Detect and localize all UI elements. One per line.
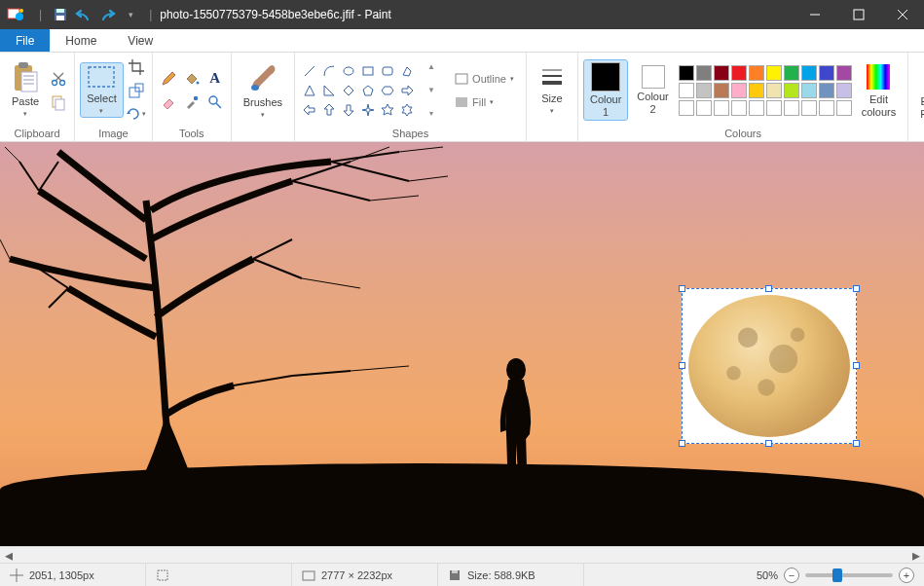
colour-picker-tool[interactable] xyxy=(182,92,202,112)
shapes-gallery[interactable] xyxy=(301,62,416,119)
palette-swatch-25[interactable] xyxy=(766,100,782,116)
shape-arrow-up[interactable] xyxy=(320,101,338,119)
palette-swatch-29[interactable] xyxy=(836,100,852,116)
palette-swatch-4[interactable] xyxy=(749,65,764,81)
selection-handle-sw[interactable] xyxy=(679,440,685,447)
undo-button[interactable] xyxy=(73,4,94,25)
shape-star4[interactable] xyxy=(359,101,377,119)
selection-handle-ne[interactable] xyxy=(853,285,860,292)
pasted-selection[interactable] xyxy=(682,288,857,444)
crop-button[interactable] xyxy=(127,57,146,77)
cut-button[interactable] xyxy=(49,69,68,89)
selection-handle-se[interactable] xyxy=(853,440,860,447)
palette-swatch-24[interactable] xyxy=(749,100,764,116)
selection-handle-nw[interactable] xyxy=(679,285,685,292)
selection-handle-n[interactable] xyxy=(765,285,772,292)
palette-swatch-9[interactable] xyxy=(836,65,852,81)
tab-home[interactable]: Home xyxy=(50,29,112,52)
minimize-button[interactable] xyxy=(793,0,836,29)
palette-swatch-21[interactable] xyxy=(696,100,712,116)
qat-customize-button[interactable]: ▾ xyxy=(120,4,141,25)
palette-swatch-19[interactable] xyxy=(836,83,852,98)
canvas-area[interactable] xyxy=(0,142,924,546)
palette-swatch-15[interactable] xyxy=(766,83,782,98)
palette-swatch-3[interactable] xyxy=(731,65,747,81)
colour-1-button[interactable]: Colour 1 xyxy=(584,60,627,119)
zoom-slider[interactable] xyxy=(805,573,893,577)
shape-pentagon[interactable] xyxy=(359,82,377,99)
shape-rounded-rect[interactable] xyxy=(379,62,396,80)
shape-right-triangle[interactable] xyxy=(320,82,338,99)
shape-star6[interactable] xyxy=(398,101,416,119)
canvas[interactable] xyxy=(0,142,924,546)
palette-swatch-17[interactable] xyxy=(801,83,817,98)
zoom-in-button[interactable]: + xyxy=(899,568,914,583)
colour-2-button[interactable]: Colour 2 xyxy=(631,63,674,116)
palette-swatch-18[interactable] xyxy=(819,83,834,98)
shapes-expand[interactable]: ▾ xyxy=(422,104,441,124)
palette-swatch-1[interactable] xyxy=(696,65,712,81)
shape-diamond[interactable] xyxy=(340,82,357,99)
palette-swatch-13[interactable] xyxy=(731,83,747,98)
palette-swatch-6[interactable] xyxy=(784,65,799,81)
tab-view[interactable]: View xyxy=(112,29,168,52)
shape-polygon[interactable] xyxy=(398,62,416,80)
palette-swatch-11[interactable] xyxy=(696,83,712,98)
shapes-scroll-down[interactable]: ▼ xyxy=(422,81,441,100)
palette-swatch-27[interactable] xyxy=(801,100,817,116)
palette-swatch-0[interactable] xyxy=(679,65,694,81)
palette-swatch-16[interactable] xyxy=(784,83,799,98)
shape-triangle[interactable] xyxy=(301,82,318,99)
shape-outline-button[interactable]: Outline▾ xyxy=(449,69,520,89)
scroll-right-button[interactable]: ▸ xyxy=(907,547,924,564)
shape-rectangle[interactable] xyxy=(359,62,377,80)
palette-swatch-22[interactable] xyxy=(714,100,729,116)
shape-arrow-down[interactable] xyxy=(340,101,357,119)
shape-star5[interactable] xyxy=(379,101,396,119)
rotate-button[interactable]: ▾ xyxy=(127,104,146,124)
maximize-button[interactable] xyxy=(836,0,880,29)
palette-swatch-23[interactable] xyxy=(731,100,747,116)
copy-button[interactable] xyxy=(49,92,68,112)
fill-tool[interactable] xyxy=(182,69,202,89)
selection-handle-s[interactable] xyxy=(765,440,772,447)
edit-paint3d-button[interactable]: Edit with Paint 3D xyxy=(914,58,924,121)
palette-swatch-5[interactable] xyxy=(766,65,782,81)
shape-fill-button[interactable]: Fill▾ xyxy=(449,92,520,112)
palette-swatch-26[interactable] xyxy=(784,100,799,116)
horizontal-scrollbar[interactable]: ◂ ▸ xyxy=(0,546,924,563)
shape-hexagon[interactable] xyxy=(379,82,396,99)
palette-swatch-14[interactable] xyxy=(749,83,764,98)
close-button[interactable] xyxy=(880,0,924,29)
scroll-left-button[interactable]: ◂ xyxy=(0,547,17,564)
shape-line[interactable] xyxy=(301,62,318,80)
redo-button[interactable] xyxy=(96,4,118,25)
tab-file[interactable]: File xyxy=(0,29,50,52)
shape-arrow-left[interactable] xyxy=(301,101,318,119)
text-tool[interactable]: A xyxy=(205,69,225,89)
palette-swatch-2[interactable] xyxy=(714,65,729,81)
brushes-button[interactable]: Brushes ▾ xyxy=(238,59,288,120)
palette-swatch-7[interactable] xyxy=(801,65,817,81)
magnifier-tool[interactable] xyxy=(205,92,225,112)
zoom-out-button[interactable]: − xyxy=(784,568,799,583)
palette-swatch-28[interactable] xyxy=(819,100,834,116)
pencil-tool[interactable] xyxy=(159,69,178,89)
save-button[interactable] xyxy=(50,4,71,25)
edit-colours-button[interactable]: Edit colours xyxy=(856,60,902,119)
shape-curve[interactable] xyxy=(320,62,338,80)
palette-swatch-20[interactable] xyxy=(679,100,694,116)
paste-button[interactable]: Paste ▾ xyxy=(6,60,45,119)
shape-arrow-right[interactable] xyxy=(398,82,416,99)
eraser-tool[interactable] xyxy=(159,92,178,112)
select-button[interactable]: Select ▾ xyxy=(81,63,123,116)
palette-swatch-8[interactable] xyxy=(819,65,834,81)
selection-handle-e[interactable] xyxy=(853,362,860,369)
selection-handle-w[interactable] xyxy=(679,362,685,369)
size-button[interactable]: Size ▾ xyxy=(533,63,572,116)
shapes-scroll-up[interactable]: ▲ xyxy=(422,57,441,77)
palette-swatch-12[interactable] xyxy=(714,83,729,98)
shape-oval[interactable] xyxy=(340,62,357,80)
resize-button[interactable] xyxy=(127,81,146,100)
zoom-slider-thumb[interactable] xyxy=(832,568,842,582)
